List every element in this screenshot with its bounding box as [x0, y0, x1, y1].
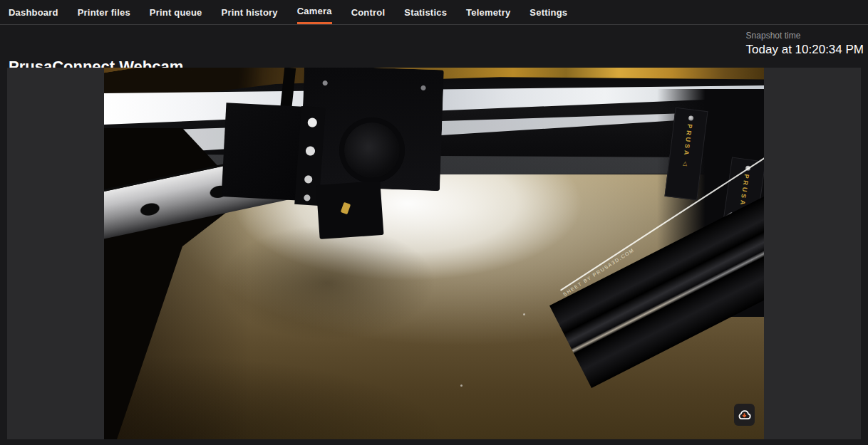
tab-telemetry[interactable]: Telemetry — [466, 0, 510, 24]
bed-speck — [460, 384, 463, 387]
app-window: Dashboard Printer files Print queue Prin… — [0, 0, 868, 445]
snapshot-time-block: Snapshot time Today at 10:20:34 PM — [746, 31, 864, 58]
plate-brand-text: PRUSA — [682, 124, 693, 157]
download-snapshot-button[interactable] — [734, 404, 755, 426]
tab-camera[interactable]: Camera — [297, 0, 332, 24]
printhead-fan — [339, 117, 405, 183]
top-nav: Dashboard Printer files Print queue Prin… — [0, 0, 868, 25]
tab-control[interactable]: Control — [351, 0, 386, 24]
camera-panel: PRUSA △ PRUSA △ SHEET BY PRUSA3D.COM — [7, 68, 861, 439]
cloud-download-icon — [737, 408, 752, 422]
snapshot-time-label: Snapshot time — [746, 31, 864, 41]
hotend-shroud — [316, 181, 383, 239]
tab-print-queue[interactable]: Print queue — [150, 0, 202, 24]
tab-settings[interactable]: Settings — [529, 0, 567, 24]
tab-dashboard[interactable]: Dashboard — [9, 0, 58, 24]
tab-print-history[interactable]: Print history — [222, 0, 278, 24]
printhead-shadow — [190, 217, 496, 381]
bed-speck — [523, 313, 525, 315]
extruder-motor — [222, 103, 306, 201]
tab-statistics[interactable]: Statistics — [404, 0, 447, 24]
webcam-snapshot-image: PRUSA △ PRUSA △ SHEET BY PRUSA3D.COM — [104, 68, 764, 439]
snapshot-time-value: Today at 10:20:34 PM — [746, 42, 864, 58]
warning-triangle-icon: △ — [683, 160, 688, 167]
page-header: PrusaConnect Webcam Snapshot time Today … — [0, 25, 868, 68]
tab-printer-files[interactable]: Printer files — [78, 0, 130, 24]
screw-icon — [688, 115, 693, 121]
